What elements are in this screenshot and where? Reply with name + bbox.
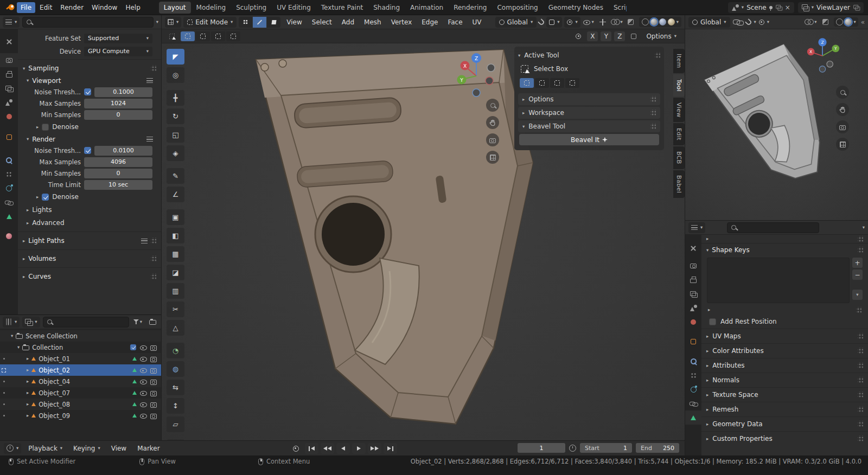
use-preview-range-icon[interactable]: [569, 445, 576, 452]
chevron-down-icon[interactable]: ▾: [767, 20, 769, 24]
tab-tool[interactable]: [685, 241, 701, 255]
preset-list-icon[interactable]: [141, 239, 148, 243]
shape-keys-list[interactable]: [707, 258, 850, 303]
panel-volumes[interactable]: ▸ Volumes: [18, 252, 161, 265]
new-collection-button[interactable]: [146, 317, 158, 328]
camera-visibility-icon[interactable]: [150, 412, 157, 419]
panel-bevel-tool[interactable]: ▾ Beavel Tool: [518, 120, 660, 132]
sidebar-tab-babel[interactable]: Babel: [673, 170, 685, 198]
lights-row[interactable]: ▸ Lights: [18, 203, 161, 216]
snap-toggle-icon[interactable]: [744, 18, 752, 25]
tab-output[interactable]: [685, 273, 701, 287]
pan-button[interactable]: [836, 103, 849, 116]
subpanel-viewport[interactable]: ▾ Viewport: [18, 75, 161, 86]
tool-add-cube[interactable]: ▣: [167, 209, 184, 225]
vertex-select-button[interactable]: [239, 17, 252, 28]
camera-view-button[interactable]: [486, 133, 499, 146]
viewport-canvas[interactable]: ◤ ◎ ╋ ↻ ◱ ◈ ✎ ∠ ▣ ◧ ▦ ◪ ▥ ✂ △ ◔ ◍ ⇆ ↕ ▱ …: [162, 43, 685, 440]
outliner-editor-type-button[interactable]: ▾: [3, 317, 20, 328]
mode-dropdown[interactable]: Edit Mode ▾: [183, 17, 237, 28]
menu-edit[interactable]: Edit: [36, 2, 56, 13]
eye-icon[interactable]: [139, 344, 147, 351]
timeline-menu-marker[interactable]: Marker: [133, 443, 163, 454]
navigation-gizmo[interactable]: Z Y X: [803, 37, 841, 75]
eye-icon[interactable]: [139, 412, 147, 419]
face-select-button[interactable]: [267, 17, 280, 28]
menu-window[interactable]: Window: [88, 2, 121, 13]
advanced-row[interactable]: ▸ Advanced: [18, 216, 161, 229]
tab-object-data[interactable]: [685, 410, 701, 425]
eye-icon[interactable]: [139, 367, 147, 374]
xray-toggle-button[interactable]: [819, 17, 831, 28]
unlink-scene-icon[interactable]: ×: [785, 4, 790, 11]
tab-scene[interactable]: [685, 301, 701, 315]
navigation-gizmo[interactable]: Z X Y: [451, 51, 501, 101]
workspace-tab-animation[interactable]: Animation: [405, 2, 448, 14]
feature-set-dropdown[interactable]: Supported▾: [84, 34, 152, 43]
eye-icon[interactable]: [139, 378, 147, 385]
solid-shading-icon[interactable]: [845, 18, 852, 25]
link-icon[interactable]: [733, 20, 743, 24]
region-collapse-icon[interactable]: «: [861, 18, 865, 26]
snap-toggle-icon[interactable]: [538, 18, 545, 25]
vp-max-samples-value[interactable]: 1024: [84, 99, 152, 108]
next-keyframe-button[interactable]: [368, 443, 381, 454]
display-mode-button[interactable]: ▾: [22, 317, 40, 328]
tool-edge-slide[interactable]: ⇆: [167, 380, 184, 395]
add-rest-position-checkbox[interactable]: [709, 318, 716, 325]
props-search-input[interactable]: [35, 18, 149, 25]
filter-chevron-icon[interactable]: ▾: [156, 20, 158, 24]
wireframe-shading-icon[interactable]: [642, 18, 649, 25]
viewport-menu-mesh[interactable]: Mesh: [360, 17, 385, 28]
bevel-it-button[interactable]: Beavel It: [519, 134, 659, 145]
panel-options[interactable]: ▸ Options: [518, 93, 660, 105]
overlays-toggle-button[interactable]: ▾: [611, 17, 623, 28]
panel-geometry-data[interactable]: ▸ Geometry Data: [701, 416, 868, 431]
tool-loop-cut[interactable]: ▥: [167, 283, 184, 299]
menu-file[interactable]: File: [17, 2, 35, 13]
secondary-canvas[interactable]: Z Y X: [685, 29, 868, 220]
axis-x-button[interactable]: X: [587, 31, 598, 41]
copy-viewlayer-icon[interactable]: [853, 5, 859, 10]
tool-scale[interactable]: ◱: [167, 127, 184, 143]
viewport-editor-type-button[interactable]: ▾: [165, 17, 181, 28]
frame-end-field[interactable]: End250: [636, 443, 679, 453]
r-denoise-checkbox[interactable]: [42, 194, 49, 201]
panel-workspace[interactable]: ▸ Workspace: [518, 107, 660, 119]
props-search-input[interactable]: [739, 224, 815, 231]
tab-object-data[interactable]: [0, 209, 18, 223]
panel-color-attributes[interactable]: ▸ Color Attributes: [701, 343, 868, 358]
workspace-tab-scripting[interactable]: Scripting: [609, 2, 627, 14]
tab-view-layer[interactable]: [0, 81, 18, 95]
panel-scrolled-partial[interactable]: ▸: [701, 235, 868, 243]
toggle-perspective-button[interactable]: [836, 138, 849, 151]
remove-shape-key-button[interactable]: −: [852, 269, 863, 280]
playback-dropdown[interactable]: Playback▾: [24, 443, 66, 454]
tab-view-layer[interactable]: [685, 287, 701, 301]
r-min-samples-value[interactable]: 0: [84, 169, 152, 178]
chevron-down-icon[interactable]: ▾: [17, 345, 20, 350]
camera-view-button[interactable]: [836, 120, 849, 133]
shape-key-specials-button[interactable]: ▾: [852, 290, 863, 300]
tool-transform[interactable]: ◈: [167, 145, 184, 161]
zoom-button[interactable]: [836, 86, 849, 99]
vp-noise-value[interactable]: 0.1000: [94, 87, 152, 97]
transform-orientation-dropdown[interactable]: Global ▾: [495, 17, 537, 28]
axis-z-button[interactable]: Z: [614, 31, 625, 41]
outliner-search-input[interactable]: [55, 318, 125, 325]
transform-orientation-dropdown[interactable]: Global ▾: [688, 17, 730, 28]
edge-select-button[interactable]: [253, 17, 266, 28]
camera-visibility-icon[interactable]: [150, 389, 157, 396]
chevron-down-icon[interactable]: ▾: [11, 333, 13, 338]
tab-object[interactable]: [685, 335, 701, 349]
tab-object[interactable]: [0, 130, 18, 144]
tab-particles[interactable]: [0, 167, 18, 181]
options-dropdown[interactable]: Options ▾: [642, 31, 680, 42]
tree-row-object-active[interactable]: ▸ Object_02: [0, 364, 161, 376]
chevron-right-icon[interactable]: ▸: [27, 368, 29, 373]
transform-pivot-button[interactable]: [572, 31, 584, 42]
pan-button[interactable]: [486, 116, 499, 129]
editor-type-button[interactable]: ▾: [3, 17, 20, 28]
vp-noise-checkbox[interactable]: [84, 88, 91, 95]
workspace-tab-geometry-nodes[interactable]: Geometry Nodes: [544, 2, 608, 14]
